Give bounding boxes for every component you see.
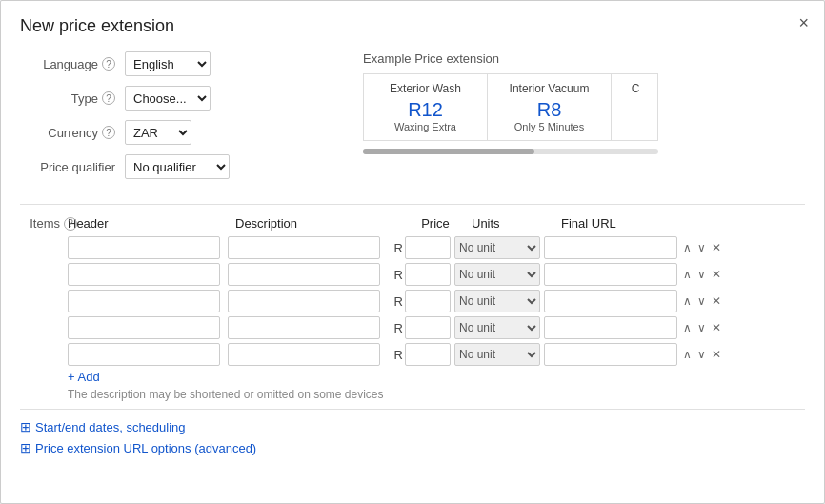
currency-prefix-0: R	[388, 241, 403, 255]
card-label-1: Interior Vacuum	[499, 82, 599, 95]
desc-input-1[interactable]	[228, 263, 380, 286]
url-input-4[interactable]	[544, 343, 677, 366]
items-section: Items ? Header Description Price Units F…	[20, 216, 805, 401]
desc-input-3[interactable]	[228, 316, 380, 339]
price-input-1[interactable]	[405, 263, 451, 286]
currency-select[interactable]: ZAR	[125, 120, 191, 145]
currency-prefix-3: R	[388, 321, 403, 335]
delete-btn-2[interactable]: ✕	[710, 295, 723, 307]
move-down-btn-4[interactable]: ∨	[695, 349, 708, 360]
start-end-dates-link[interactable]: ⊞ Start/end dates, scheduling	[20, 419, 805, 434]
language-help-icon[interactable]: ?	[102, 57, 115, 71]
language-label: Language ?	[20, 57, 125, 71]
form-fields: Language ? English Type ? Choose... Curr	[20, 51, 325, 189]
close-button[interactable]: ×	[798, 14, 809, 31]
hint-text: The description may be shortened or omit…	[68, 388, 805, 401]
currency-help-icon[interactable]: ?	[102, 126, 115, 139]
move-down-btn-2[interactable]: ∨	[695, 295, 708, 307]
example-card-1: Interior Vacuum R8 Only 5 Minutes	[488, 74, 612, 140]
row-actions-0: ∧ ∨ ✕	[681, 242, 723, 253]
card-desc-1: Only 5 Minutes	[499, 121, 599, 132]
headers-row: Items ? Header Description Price Units F…	[20, 216, 805, 231]
price-input-4[interactable]	[405, 343, 451, 366]
header-input-0[interactable]	[68, 236, 220, 259]
url-input-3[interactable]	[544, 316, 677, 339]
price-input-2[interactable]	[405, 290, 451, 312]
card-label-0: Exterior Wash	[375, 82, 475, 95]
top-section: Language ? English Type ? Choose... Curr	[20, 51, 805, 189]
move-down-btn-0[interactable]: ∨	[695, 242, 708, 253]
row-actions-2: ∧ ∨ ✕	[681, 295, 723, 307]
move-up-btn-0[interactable]: ∧	[681, 242, 694, 253]
example-cards: Exterior Wash R12 Waxing Extra Interior …	[363, 73, 658, 141]
currency-prefix-4: R	[388, 348, 403, 362]
desc-input-2[interactable]	[228, 290, 380, 312]
units-select-3[interactable]: No unit	[454, 316, 540, 339]
dialog: New price extension × Language ? English…	[0, 0, 825, 504]
example-section: Example Price extension Exterior Wash R1…	[363, 51, 805, 189]
url-input-0[interactable]	[544, 236, 677, 259]
delete-btn-3[interactable]: ✕	[710, 322, 723, 333]
row-actions-4: ∧ ∨ ✕	[681, 349, 723, 360]
move-up-btn-3[interactable]: ∧	[681, 322, 694, 333]
table-row: R No unit ∧ ∨ ✕	[20, 316, 805, 339]
url-input-2[interactable]	[544, 290, 677, 312]
col-header-price: Price	[403, 216, 468, 231]
units-select-4[interactable]: No unit	[454, 343, 540, 366]
col-header-desc: Description	[235, 216, 388, 231]
desc-input-4[interactable]	[228, 343, 380, 366]
url-options-link[interactable]: ⊞ Price extension URL options (advanced)	[20, 440, 805, 455]
table-row: R No unit ∧ ∨ ✕	[20, 290, 805, 312]
items-help-icon[interactable]: ?	[64, 217, 77, 231]
move-up-btn-2[interactable]: ∧	[681, 295, 694, 307]
header-input-2[interactable]	[68, 290, 220, 312]
card-desc-0: Waxing Extra	[375, 121, 475, 132]
currency-prefix-2: R	[388, 294, 403, 309]
example-card-0: Exterior Wash R12 Waxing Extra	[364, 74, 488, 140]
items-label: Items ?	[39, 216, 87, 231]
currency-prefix-1: R	[388, 268, 403, 282]
price-input-0[interactable]	[405, 236, 451, 259]
header-input-3[interactable]	[68, 316, 220, 339]
plus-icon-2: ⊞	[20, 440, 31, 455]
move-down-btn-3[interactable]: ∨	[695, 322, 708, 333]
card-price-0: R12	[375, 99, 475, 121]
row-actions-1: ∧ ∨ ✕	[681, 269, 723, 280]
type-help-icon[interactable]: ?	[102, 91, 115, 105]
table-row: R No unit ∧ ∨ ✕	[20, 263, 805, 286]
move-up-btn-4[interactable]: ∧	[681, 349, 694, 360]
price-qualifier-select[interactable]: No qualifier	[125, 154, 230, 179]
move-up-btn-1[interactable]: ∧	[681, 269, 694, 280]
price-input-3[interactable]	[405, 316, 451, 339]
type-select[interactable]: Choose...	[125, 86, 211, 111]
url-input-1[interactable]	[544, 263, 677, 286]
price-qualifier-label: Price qualifier	[20, 160, 125, 174]
card-price-1: R8	[499, 99, 599, 121]
dialog-title: New price extension	[20, 16, 805, 36]
units-select-2[interactable]: No unit	[454, 290, 540, 312]
example-title: Example Price extension	[363, 51, 805, 66]
units-select-0[interactable]: No unit	[454, 236, 540, 259]
divider-1	[20, 204, 805, 205]
delete-btn-4[interactable]: ✕	[710, 349, 723, 360]
bottom-links: ⊞ Start/end dates, scheduling ⊞ Price ex…	[20, 409, 805, 455]
header-input-4[interactable]	[68, 343, 220, 366]
scrollbar-thumb	[363, 149, 534, 154]
currency-row: Currency ? ZAR	[20, 120, 325, 145]
header-input-1[interactable]	[68, 263, 220, 286]
delete-btn-1[interactable]: ✕	[710, 269, 723, 280]
units-select-1[interactable]: No unit	[454, 263, 540, 286]
type-row: Type ? Choose...	[20, 86, 325, 111]
move-down-btn-1[interactable]: ∨	[695, 269, 708, 280]
col-header-units: Units	[472, 216, 557, 231]
add-link[interactable]: + Add	[68, 370, 805, 384]
scrollbar-track[interactable]	[363, 149, 658, 154]
plus-icon-1: ⊞	[20, 419, 31, 434]
language-row: Language ? English	[20, 51, 325, 76]
table-row: R No unit ∧ ∨ ✕	[20, 343, 805, 366]
currency-label: Currency ?	[20, 126, 125, 140]
delete-btn-0[interactable]: ✕	[710, 242, 723, 253]
language-select[interactable]: English	[125, 51, 211, 76]
desc-input-0[interactable]	[228, 236, 380, 259]
col-header-header: Header	[68, 216, 220, 231]
